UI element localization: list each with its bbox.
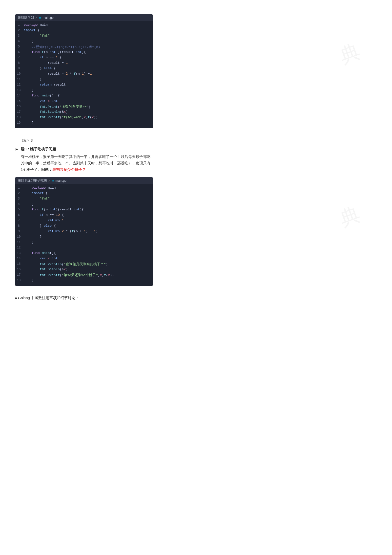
line-number: 9: [15, 67, 24, 70]
table-row: 3 "fmt": [15, 197, 153, 202]
line-content: return 1: [24, 219, 153, 222]
table-row: 3 "fmt": [15, 34, 153, 39]
line-number: 5: [15, 45, 24, 48]
line-number: 18: [15, 278, 24, 282]
exercise3-desc: 有一堆桃子，猴子第一天吃了其中的一半，并再多吃了一个！以后每天猴子都吃 其中的一…: [21, 154, 377, 173]
line-content: return 2 * (f(n + 1) + 1): [24, 229, 153, 233]
breadcrumb-path1: 递归练习02: [18, 16, 34, 20]
section4-title: 4.Golang 中函数注意事项和细节讨论：: [15, 296, 377, 300]
table-row: 10 }: [15, 235, 153, 240]
line-number: 10: [15, 72, 24, 76]
breadcrumb-sep1: >: [36, 16, 37, 20]
line-number: 6: [15, 50, 24, 54]
table-row: 13 }: [15, 88, 153, 94]
table-row: 16 fmt.Scanln(&x): [15, 267, 153, 273]
line-number: 2: [15, 28, 24, 32]
table-row: 2import (: [15, 28, 153, 34]
line-content: }: [24, 235, 153, 239]
line-content: //已知f(1)=3,f(n)=2*f(n-1)+1,求f(n): [24, 45, 153, 49]
table-row: 9 } else {: [15, 67, 153, 72]
line-content: "fmt": [24, 34, 153, 38]
table-row: 12: [15, 246, 153, 251]
table-row: 6 func f(n int )(result int){: [15, 50, 153, 56]
line-content: package main: [24, 23, 153, 27]
code-block-2: 递归训练03猴子吃桃 > ∞ main.go 1 package main2 i…: [15, 177, 153, 286]
table-row: 4 ): [15, 202, 153, 208]
table-row: 17 fmt.Scanln(&x): [15, 110, 153, 115]
line-content: }: [24, 88, 153, 92]
line-content: func main(){: [24, 251, 153, 255]
line-number: 14: [15, 94, 24, 97]
table-row: 7 return 1: [15, 219, 153, 224]
line-content: import (: [24, 28, 153, 32]
line-number: 1: [15, 186, 24, 190]
line-number: 8: [15, 224, 24, 228]
table-row: 15 fmt.Println("查询第几天剩余的桃子？"): [15, 262, 153, 267]
line-content: "fmt": [24, 197, 153, 200]
line-content: fmt.Printf("f(%d)=%d",x,f(x)): [24, 115, 153, 119]
table-row: 10 result = 2 * f(n-1) +1: [15, 72, 153, 77]
line-number: 15: [15, 262, 24, 266]
line-number: 1: [15, 23, 24, 27]
go-icon-2: ∞: [52, 179, 54, 182]
line-number: 11: [15, 77, 24, 81]
table-row: 7 if n == 1 {: [15, 56, 153, 61]
line-number: 16: [15, 267, 24, 271]
table-row: 4 ): [15, 39, 153, 45]
line-number: 2: [15, 191, 24, 195]
exercise3-question-label: 问题：: [41, 168, 52, 172]
line-content: return result: [24, 83, 153, 87]
line-content: func main() {: [24, 94, 153, 97]
line-number: 17: [15, 110, 24, 114]
code-lines-2: 1 package main2 import (3 "fmt"4 )5 func…: [15, 184, 153, 286]
section1: 递归练习02 > ∞ main.go 1package main2import …: [15, 14, 377, 128]
line-number: 12: [15, 83, 24, 87]
breadcrumb-path2: 递归训练03猴子吃桃: [18, 178, 47, 183]
code-lines-1: 1package main2import (3 "fmt"4 )5 //已知f(…: [15, 21, 153, 128]
table-row: 19 }: [15, 121, 153, 126]
line-content: fmt.Scanln(&x): [24, 267, 153, 271]
line-number: 7: [15, 219, 24, 222]
line-number: 19: [15, 121, 24, 125]
exercise3-desc3-plain: 1个桃子了。: [21, 168, 41, 172]
line-content: fmt.Printf("第%d天还剩%d个桃子",x,f(x)): [24, 273, 153, 277]
table-row: 15 var x int: [15, 99, 153, 105]
line-number: 7: [15, 56, 24, 59]
table-row: 17 fmt.Printf("第%d天还剩%d个桃子",x,f(x)): [15, 273, 153, 278]
line-content: } else {: [24, 67, 153, 70]
table-row: 18 fmt.Printf("f(%d)=%d",x,f(x)): [15, 115, 153, 121]
line-number: 17: [15, 273, 24, 277]
watermark-2: 典: [306, 173, 392, 261]
line-content: result = 1: [24, 61, 153, 65]
table-row: 11 }: [15, 240, 153, 246]
line-content: var x int: [24, 99, 153, 103]
line-number: 3: [15, 197, 24, 200]
line-number: 4: [15, 202, 24, 206]
line-content: fmt.Scanln(&x): [24, 110, 153, 114]
line-content: fmt.Println("查询第几天剩余的桃子？"): [24, 262, 153, 266]
watermark-1: 典: [306, 10, 392, 98]
line-content: }: [24, 121, 153, 125]
line-number: 12: [15, 246, 24, 249]
section4: 4.Golang 中函数注意事项和细节讨论：: [15, 296, 377, 300]
line-number: 14: [15, 257, 24, 260]
line-content: func f(n int)(result int){: [24, 208, 153, 211]
table-row: 2 import (: [15, 191, 153, 197]
line-number: 4: [15, 39, 24, 43]
exercise3-heading: 题3：猴子吃桃子问题: [21, 147, 56, 152]
line-number: 8: [15, 61, 24, 65]
table-row: 6 if n == 10 {: [15, 213, 153, 219]
table-row: 13 func main(){: [15, 251, 153, 257]
line-content: func f(n int )(result int){: [24, 50, 153, 54]
line-number: 10: [15, 235, 24, 239]
line-number: 16: [15, 105, 24, 108]
line-content: }: [24, 278, 153, 282]
line-content: import (: [24, 191, 153, 195]
line-content: var x int: [24, 257, 153, 260]
line-number: 18: [15, 115, 24, 119]
breadcrumb-sep2: >: [48, 179, 50, 182]
line-content: }: [24, 240, 153, 244]
line-number: 13: [15, 88, 24, 92]
section-divider: ——练习 3: [15, 138, 377, 143]
table-row: 14 var x int: [15, 257, 153, 262]
